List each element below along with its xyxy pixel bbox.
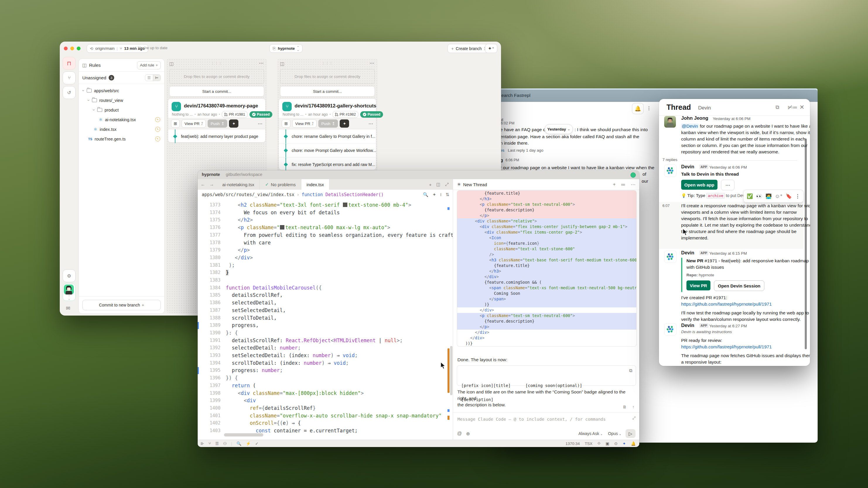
sidebar-rail-history[interactable]: ↺ bbox=[63, 86, 75, 99]
push-button[interactable]: Push ↥ bbox=[318, 120, 338, 128]
drag-handle-icon[interactable]: ⋮⋮⋮ bbox=[277, 62, 378, 65]
code-line[interactable]: 1400 ref={detailsScrollRef} bbox=[198, 404, 453, 412]
settings-button[interactable]: ⚙ bbox=[63, 269, 75, 282]
breadcrumb[interactable]: apps/web/src/routes/_view/index.tsx › fu… bbox=[198, 190, 453, 200]
code-line[interactable]: 1382} bbox=[198, 269, 453, 276]
pr-number-pill[interactable]: PR #1981 bbox=[222, 111, 248, 118]
crumb-actions[interactable]: 🔍✦Ι⇅ bbox=[423, 192, 453, 197]
column-menu-icon[interactable]: ⋯ bbox=[259, 60, 264, 66]
nav-arrows[interactable]: ←→ bbox=[198, 179, 217, 190]
message-more-icon[interactable]: ⋮ bbox=[795, 193, 800, 199]
drop-zone[interactable]: Drop files to assign or commit directly bbox=[280, 69, 375, 84]
model-select[interactable]: Opus ⌄ bbox=[608, 431, 621, 436]
code-line[interactable]: 1384function DetailsMobileCarousel({ bbox=[198, 284, 453, 292]
file-tree-item[interactable]: ›routes/_view bbox=[79, 95, 164, 105]
tab-index-tsx[interactable]: index.tsx bbox=[301, 179, 330, 190]
code-line[interactable]: 1402 onScroll={(e) ⇒ { bbox=[198, 420, 453, 427]
check-reaction-icon[interactable]: ✅ bbox=[747, 193, 753, 199]
feedback-mail-icon[interactable]: ✉ bbox=[66, 305, 70, 312]
pr-number-pill[interactable]: PR #1982 bbox=[332, 111, 359, 118]
more-actions-button[interactable]: ⋯ bbox=[721, 180, 735, 190]
pr-link[interactable]: https://github.com/fastrepl/hyprnote/pul… bbox=[681, 301, 772, 307]
eyes-reaction-icon[interactable]: 👀 bbox=[756, 193, 762, 199]
branch-menu-icon[interactable]: ⋯ bbox=[258, 121, 262, 127]
sidebar-rail-workbench[interactable]: ⊓ bbox=[63, 57, 75, 70]
code-line[interactable]: 1388 scrollToDetail, bbox=[198, 315, 453, 322]
drag-handle-icon[interactable]: ⋮⋮⋮ bbox=[166, 62, 267, 65]
permission-mode-select[interactable]: Always Ask ⌄ bbox=[578, 431, 603, 436]
avatar-devin[interactable] bbox=[664, 323, 677, 335]
code-line[interactable]: 1390}: { bbox=[198, 329, 453, 337]
bookmark-icon[interactable]: 🔖 bbox=[786, 193, 792, 199]
message-author[interactable]: Devin bbox=[681, 323, 694, 328]
avatar[interactable] bbox=[664, 116, 676, 128]
tree-view-icon[interactable]: ⊨ bbox=[153, 75, 160, 81]
ai-actions-button[interactable]: ✦⁺ bbox=[485, 44, 497, 53]
code-line[interactable]: 1383 bbox=[198, 276, 453, 284]
branch-menu-icon[interactable]: ⋯ bbox=[368, 121, 373, 127]
avatar-devin[interactable] bbox=[664, 251, 677, 263]
avatar-devin[interactable] bbox=[664, 165, 677, 177]
branch-card[interactable]: ⑂devin/1764380912-gallery-shortcutsNothi… bbox=[279, 98, 376, 170]
close-traffic-light[interactable] bbox=[64, 46, 68, 51]
code-line[interactable]: 1381 ); bbox=[198, 262, 453, 269]
markdown-file-icon[interactable]: 🗎 bbox=[623, 404, 627, 409]
close-icon[interactable]: ✕ bbox=[800, 104, 804, 111]
date-divider-pill[interactable]: Yesterday⌄ bbox=[545, 124, 573, 134]
file-tree-item[interactable]: ›apps/web/src bbox=[79, 86, 164, 95]
slack-more-icon[interactable]: ⋮ bbox=[647, 105, 651, 111]
message-author[interactable]: John Jeong bbox=[681, 115, 708, 121]
context-icon[interactable]: ⊕ bbox=[466, 431, 470, 436]
code-line[interactable]: 1398 <div className="max-[800px]:block h… bbox=[198, 390, 453, 397]
message-input[interactable]: Message Claude Code — @ to include conte… bbox=[458, 417, 628, 422]
commit-row[interactable]: chore: rename Gallery to Prompt Gallery … bbox=[279, 129, 376, 143]
view-pr-button[interactable]: View PR ⤴ bbox=[292, 120, 316, 128]
mention-link[interactable]: @Devin bbox=[681, 124, 699, 129]
file-tree-item[interactable]: ›product bbox=[79, 105, 164, 115]
branch-name[interactable]: devin/1764380912-gallery-shortcuts bbox=[294, 103, 376, 108]
file-tree-item[interactable]: ⚛index.tsx✎ bbox=[79, 124, 164, 134]
file-tree-item[interactable]: TSrouteTree.gen.ts✎ bbox=[79, 134, 164, 144]
ai-commit-button[interactable]: ✦ bbox=[229, 120, 238, 128]
code-line[interactable]: 1392 selectedDetail: number; bbox=[198, 344, 453, 352]
code-line[interactable]: 1401 className="overflow-x-auto scrollba… bbox=[198, 412, 453, 420]
mention-icon[interactable]: @ bbox=[457, 431, 462, 436]
user-switcher[interactable]: ⌃⌄ bbox=[63, 283, 75, 301]
status-right[interactable]: 1370:34 TSX ⟐▣⊙ ✦🔔 bbox=[565, 441, 636, 446]
expand-input-icon[interactable]: ⤢ bbox=[632, 416, 636, 420]
review-button[interactable]: ⊞ bbox=[282, 120, 290, 128]
start-commit-button[interactable]: Start a commit... bbox=[169, 86, 264, 97]
scroll-up-icon[interactable]: ↑ bbox=[632, 404, 634, 409]
push-button[interactable]: Push ↥ bbox=[208, 120, 227, 128]
branch-card[interactable]: ⑂devin/1764380749-memory-pageNothing to … bbox=[168, 98, 266, 142]
add-rule-button[interactable]: Add rule+ bbox=[137, 61, 161, 69]
pr-link[interactable]: https://github.com/fastrepl/hyprnote/pul… bbox=[681, 344, 772, 350]
open-devin-session-button[interactable]: Open Devin Session bbox=[714, 281, 764, 291]
branch-name[interactable]: devin/1764380749-memory-page bbox=[184, 103, 258, 108]
code-line[interactable]: 1389 progress, bbox=[198, 322, 453, 329]
code-line[interactable]: 1378 with care bbox=[198, 239, 453, 247]
language-mode[interactable]: TSX bbox=[585, 442, 592, 446]
commit-row[interactable]: fix: resolve TypeScript errors and add r… bbox=[279, 157, 376, 171]
code-line[interactable]: 1403 const container = e.currentTarget; bbox=[198, 427, 453, 434]
code-editor[interactable]: 1373 <h2 className="text-3xl font-serif … bbox=[198, 200, 453, 434]
send-button[interactable]: ▷ bbox=[625, 429, 636, 438]
code-line[interactable]: 1375 </h2> bbox=[198, 216, 453, 224]
commit-row[interactable]: feat(web): add memory layer product page bbox=[168, 129, 265, 143]
tabstrip-actions[interactable]: +◫⤢ bbox=[425, 179, 453, 190]
editor-titlebar[interactable]: hyprnote gitbutler/workspace bbox=[198, 170, 639, 180]
code-line[interactable]: 1385 detailsScrollRef, bbox=[198, 292, 453, 299]
reply-count[interactable]: 7 replies bbox=[662, 158, 677, 162]
sidebar-rail-branches[interactable]: ⑂ bbox=[63, 71, 75, 84]
code-line[interactable]: 1379 </p> bbox=[198, 247, 453, 254]
project-switcher[interactable]: ⎘ hyprnote ⌃⌄ bbox=[270, 44, 303, 53]
horizontal-scrollbar[interactable] bbox=[224, 433, 263, 436]
notifications-bell-button[interactable]: 🔔 bbox=[632, 103, 644, 114]
message-author[interactable]: Devin bbox=[681, 164, 694, 169]
tab-ai-notetaking[interactable]: ai-notetaking.tsx bbox=[217, 179, 260, 190]
start-commit-button[interactable]: Start a commit... bbox=[280, 86, 375, 97]
view-pr-button[interactable]: View PR bbox=[686, 281, 710, 290]
cursor-position[interactable]: 1370:34 bbox=[565, 442, 580, 446]
list-view-icon[interactable]: ☰ bbox=[145, 75, 153, 81]
column-menu-icon[interactable]: ⋯ bbox=[370, 60, 374, 66]
